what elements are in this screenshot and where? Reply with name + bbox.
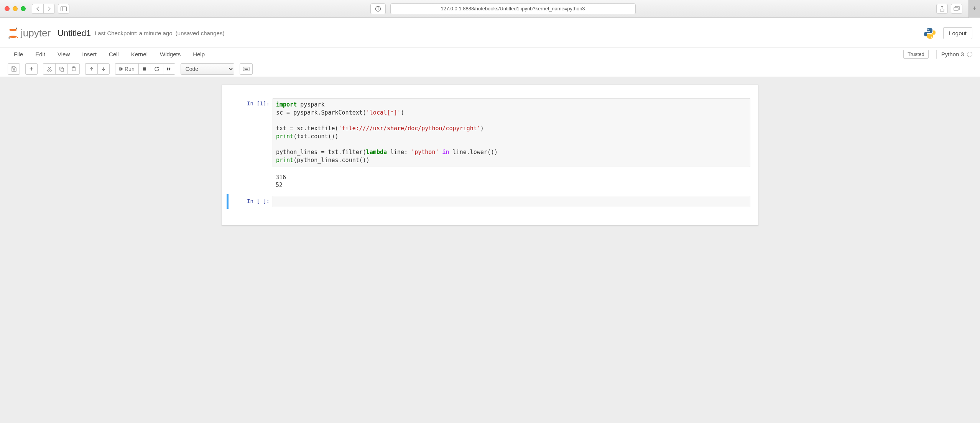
menu-view[interactable]: View <box>51 49 76 60</box>
python-logo-icon <box>923 27 936 40</box>
move-down-button[interactable] <box>97 63 110 75</box>
restart-run-all-button[interactable] <box>163 63 175 75</box>
svg-point-3 <box>378 7 378 8</box>
svg-rect-0 <box>61 7 67 11</box>
command-palette-button[interactable] <box>240 63 253 75</box>
window-controls <box>5 6 26 11</box>
maximize-window-icon[interactable] <box>21 6 26 11</box>
svg-rect-17 <box>245 68 246 69</box>
svg-rect-14 <box>143 67 146 70</box>
output-row: 316 52 <box>227 170 753 193</box>
menu-help[interactable]: Help <box>187 49 211 60</box>
jupyter-header: jupyter Untitled1 Last Checkpoint: a min… <box>0 18 980 48</box>
url-text: 127.0.0.1:8888/notebooks/Untitled1.ipynb… <box>441 6 585 11</box>
logout-button[interactable]: Logout <box>943 27 972 39</box>
kernel-indicator[interactable]: Python 3 <box>936 50 972 59</box>
jupyter-logo[interactable]: jupyter <box>8 27 51 39</box>
svg-point-9 <box>50 70 51 71</box>
run-button[interactable]: Run <box>115 63 138 75</box>
input-prompt: In [1]: <box>229 98 273 167</box>
sidebar-toggle-button[interactable] <box>58 4 69 14</box>
address-bar[interactable]: 127.0.0.1:8888/notebooks/Untitled1.ipynb… <box>390 3 636 14</box>
code-input[interactable]: import pyspark sc = pyspark.SparkContext… <box>273 98 750 167</box>
svg-rect-4 <box>378 8 378 10</box>
cell-type-select[interactable]: Code <box>181 63 234 75</box>
nav-buttons <box>32 4 55 14</box>
menu-cell[interactable]: Cell <box>103 49 125 60</box>
output-prompt <box>229 171 273 192</box>
svg-point-8 <box>48 70 49 71</box>
tabs-button[interactable] <box>951 4 962 14</box>
notebook-title[interactable]: Untitled1 <box>58 28 91 38</box>
notebook-background: In [1]:import pyspark sc = pyspark.Spark… <box>0 77 980 307</box>
code-cell[interactable]: In [1]:import pyspark sc = pyspark.Spark… <box>227 97 753 169</box>
back-button[interactable] <box>32 4 43 14</box>
cut-button[interactable] <box>43 63 55 75</box>
paste-button[interactable] <box>67 63 80 75</box>
svg-rect-11 <box>61 68 64 71</box>
share-button[interactable] <box>936 4 948 14</box>
trusted-indicator[interactable]: Trusted <box>903 50 929 59</box>
menu-bar: FileEditViewInsertCellKernelWidgetsHelp … <box>0 48 980 61</box>
cell-output: 316 52 <box>273 171 753 192</box>
browser-chrome: 127.0.0.1:8888/notebooks/Untitled1.ipynb… <box>0 0 980 18</box>
kernel-status-icon <box>967 52 972 57</box>
input-prompt: In [ ]: <box>229 196 273 207</box>
svg-point-6 <box>927 29 929 30</box>
svg-point-7 <box>931 36 932 38</box>
menu-kernel[interactable]: Kernel <box>125 49 154 60</box>
jupyter-logo-text: jupyter <box>21 27 51 39</box>
minimize-window-icon[interactable] <box>13 6 18 11</box>
forward-button[interactable] <box>43 4 55 14</box>
move-up-button[interactable] <box>85 63 97 75</box>
svg-rect-16 <box>244 68 245 69</box>
svg-rect-15 <box>243 67 249 71</box>
svg-rect-5 <box>954 7 958 11</box>
svg-rect-20 <box>245 69 248 70</box>
copy-button[interactable] <box>55 63 67 75</box>
menu-file[interactable]: File <box>8 49 29 60</box>
checkpoint-text: Last Checkpoint: a minute ago (unsaved c… <box>95 30 225 36</box>
jupyter-logo-icon <box>8 28 18 39</box>
menu-insert[interactable]: Insert <box>76 49 103 60</box>
menu-widgets[interactable]: Widgets <box>154 49 187 60</box>
notebook-container: In [1]:import pyspark sc = pyspark.Spark… <box>222 85 758 225</box>
code-cell[interactable]: In [ ]: <box>227 194 753 209</box>
menu-edit[interactable]: Edit <box>29 49 51 60</box>
run-label: Run <box>125 66 135 72</box>
site-info-button[interactable] <box>370 3 386 14</box>
svg-rect-13 <box>73 67 74 68</box>
kernel-name: Python 3 <box>941 51 964 57</box>
new-tab-button[interactable]: + <box>968 0 980 18</box>
close-window-icon[interactable] <box>5 6 10 11</box>
run-icon <box>119 67 123 71</box>
add-cell-button[interactable]: + <box>25 63 38 75</box>
interrupt-button[interactable] <box>138 63 151 75</box>
svg-rect-18 <box>246 68 247 69</box>
code-input[interactable] <box>273 196 750 207</box>
svg-rect-19 <box>247 68 248 69</box>
toolbar: + Run <box>0 61 980 77</box>
save-button[interactable] <box>8 63 20 75</box>
restart-button[interactable] <box>151 63 163 75</box>
